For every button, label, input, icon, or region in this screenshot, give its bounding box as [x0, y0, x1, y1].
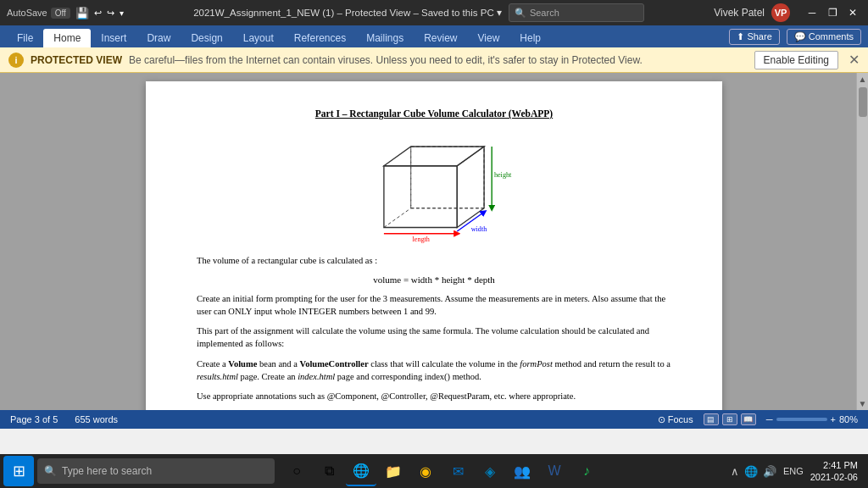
main-area: Part I – Rectangular Cube Volume Calcula…	[0, 73, 868, 410]
zoom-level: 80%	[839, 414, 858, 424]
user-initials: VP	[775, 8, 787, 18]
enable-editing-button[interactable]: Enable Editing	[754, 51, 838, 69]
share-button[interactable]: ⬆ Share	[729, 29, 779, 45]
user-avatar[interactable]: VP	[771, 3, 790, 22]
status-bar: Page 3 of 5 655 words ⊙ Focus ▤ ⊞ 📖 ─ + …	[0, 410, 868, 429]
para3-b: bean and a	[257, 359, 299, 369]
cube-svg: height width length	[349, 134, 519, 244]
tab-references[interactable]: References	[284, 29, 356, 47]
view-buttons: ▤ ⊞ 📖	[704, 413, 756, 425]
comment-icon: 💬	[794, 31, 809, 42]
svg-marker-1	[384, 166, 457, 228]
para3-controller: VolumeController	[300, 359, 369, 369]
read-mode-button[interactable]: 📖	[741, 413, 756, 425]
autosave-area: AutoSave Off	[7, 8, 70, 19]
taskbar: ⊞ 🔍 Type here to search ○ ⧉ 🌐 📁 ◉ ✉ ◈ 👥 …	[0, 454, 868, 488]
search-icon: 🔍	[515, 8, 526, 19]
search-placeholder: Search	[530, 8, 559, 18]
volume-icon[interactable]: 🔊	[763, 465, 776, 478]
zoom-in-icon[interactable]: +	[831, 414, 836, 424]
taskbar-outlook[interactable]: ✉	[442, 456, 473, 486]
para3-formpost: formPost	[520, 359, 553, 369]
para3-index: index.html	[298, 372, 335, 381]
save-icon[interactable]: 💾	[75, 7, 89, 19]
document-title-heading: Part I – Rectangular Cube Volume Calcula…	[197, 107, 671, 120]
tray-chevron[interactable]: ∧	[731, 465, 739, 478]
scroll-down-button[interactable]: ▼	[857, 399, 868, 408]
tab-help[interactable]: Help	[509, 29, 551, 47]
undo-icon[interactable]: ↩	[94, 8, 102, 19]
time-display: 2:41 PM	[810, 459, 858, 471]
minimize-button[interactable]: ─	[804, 4, 821, 21]
title-bar-center: 2021W_Assignment_1_NEW (1) – Protected V…	[124, 3, 714, 22]
focus-button[interactable]: ⊙ Focus	[658, 414, 693, 425]
taskbar-dell[interactable]: ◈	[475, 456, 505, 486]
para3-e: page. Create an	[238, 372, 298, 381]
tab-draw[interactable]: Draw	[136, 29, 181, 47]
share-icon: ⬆	[737, 31, 747, 42]
protected-label: PROTECTED VIEW	[31, 54, 122, 66]
cube-diagram: height width length	[197, 134, 671, 244]
zoom-area: ─ + 80%	[766, 414, 858, 424]
taskbar-teams[interactable]: 👥	[507, 456, 537, 486]
title-bar-left: AutoSave Off 💾 ↩ ↪ ▾	[7, 7, 124, 19]
tab-home[interactable]: Home	[43, 29, 91, 47]
para-4: Use appropriate annotations such as @Com…	[197, 390, 671, 402]
web-layout-button[interactable]: ⊞	[722, 413, 737, 425]
formula-description: The volume of a rectangular cube is calc…	[197, 254, 671, 267]
para-3: Create a Volume bean and a VolumeControl…	[197, 358, 671, 383]
tab-design[interactable]: Design	[181, 29, 232, 47]
taskbar-search-box[interactable]: 🔍 Type here to search	[37, 458, 275, 484]
print-layout-button[interactable]: ▤	[704, 413, 719, 425]
redo-icon[interactable]: ↪	[107, 8, 114, 19]
taskbar-icons: ○ ⧉ 🌐 📁 ◉ ✉ ◈ 👥 W ♪	[281, 456, 602, 486]
taskbar-cortana[interactable]: ○	[281, 456, 312, 486]
taskbar-explorer[interactable]: 📁	[378, 456, 409, 486]
taskbar-search-icon: 🔍	[44, 465, 57, 477]
language-indicator[interactable]: ENG	[783, 466, 804, 476]
taskbar-taskview[interactable]: ⧉	[314, 456, 344, 486]
taskbar-clock[interactable]: 2:41 PM 2021-02-06	[810, 459, 858, 484]
tab-review[interactable]: Review	[414, 29, 467, 47]
close-button[interactable]: ✕	[844, 4, 861, 21]
autosave-badge[interactable]: Off	[51, 8, 70, 19]
para3-volume: Volume	[228, 359, 257, 369]
comments-button[interactable]: 💬 Comments	[787, 29, 861, 45]
height-label: height	[494, 171, 512, 179]
taskbar-right: ∧ 🌐 🔊 ENG 2:41 PM 2021-02-06	[731, 459, 865, 484]
autosave-label: AutoSave	[7, 8, 47, 18]
system-tray-icons: ∧ 🌐 🔊	[731, 465, 776, 478]
para-2: This part of the assignment will calcula…	[197, 324, 671, 350]
protected-icon: i	[8, 53, 24, 68]
taskbar-chrome[interactable]: ◉	[410, 456, 441, 486]
tab-file[interactable]: File	[7, 29, 43, 47]
network-icon[interactable]: 🌐	[744, 465, 758, 478]
protected-close-button[interactable]: ✕	[849, 52, 860, 68]
para3-prefix: Create a	[197, 359, 228, 369]
status-right: ⊙ Focus ▤ ⊞ 📖 ─ + 80%	[658, 413, 858, 425]
start-button[interactable]: ⊞	[3, 456, 34, 486]
user-name: Vivek Patel	[714, 7, 765, 19]
taskbar-search-placeholder: Type here to search	[62, 465, 152, 477]
document-page: Part I – Rectangular Cube Volume Calcula…	[146, 81, 722, 410]
search-bar[interactable]: 🔍 Search	[509, 3, 644, 22]
taskbar-edge[interactable]: 🌐	[346, 456, 376, 486]
scroll-thumb[interactable]	[859, 87, 867, 117]
taskbar-word[interactable]: W	[539, 456, 570, 486]
zoom-out-icon[interactable]: ─	[766, 414, 773, 424]
title-bar-right: Vivek Patel VP ─ ❐ ✕	[714, 3, 861, 22]
page-info: Page 3 of 5	[10, 414, 58, 424]
taskbar-spotify[interactable]: ♪	[571, 456, 602, 486]
tab-layout[interactable]: Layout	[233, 29, 284, 47]
word-count: 655 words	[75, 414, 118, 424]
scroll-up-button[interactable]: ▲	[857, 73, 868, 86]
para-5: Use Dependency Injection (DI) to inject …	[197, 409, 671, 410]
maximize-button[interactable]: ❐	[824, 4, 841, 21]
zoom-slider[interactable]	[776, 418, 827, 421]
svg-marker-0	[411, 147, 484, 208]
tab-mailings[interactable]: Mailings	[356, 29, 414, 47]
tab-insert[interactable]: Insert	[91, 29, 136, 47]
tab-view[interactable]: View	[468, 29, 510, 47]
focus-label: Focus	[668, 414, 693, 424]
protected-message: Be careful—files from the Internet can c…	[129, 54, 748, 66]
